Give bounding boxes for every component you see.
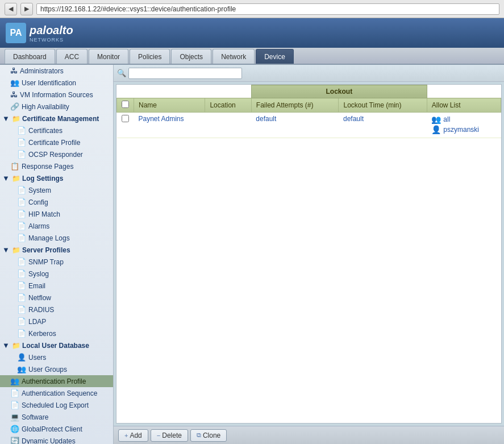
administrators-icon: 🖧: [10, 67, 18, 75]
row-checkbox[interactable]: [122, 115, 129, 122]
ldap-icon: 📄: [17, 317, 26, 326]
sidebar-item-ocsp-responder[interactable]: 📄 OCSP Responder: [0, 148, 113, 160]
sidebar-item-email[interactable]: 📄 Email: [0, 280, 113, 292]
tab-objects[interactable]: Objects: [171, 49, 211, 64]
sidebar-item-label: Config: [28, 198, 48, 206]
sidebar-item-label: Administrators: [20, 67, 64, 75]
sidebar-item-certificates[interactable]: 📄 Certificates: [0, 125, 113, 136]
pszymanski-user-link[interactable]: pszymanski: [443, 126, 479, 134]
sidebar-item-label: OCSP Responder: [28, 151, 83, 159]
sidebar-item-certificate-management[interactable]: ▼ 📁 Certificate Management: [0, 113, 113, 125]
sidebar-item-user-groups[interactable]: 👥 User Groups: [0, 363, 113, 375]
sidebar-item-scheduled-log-export[interactable]: 📄 Scheduled Log Export: [0, 399, 113, 411]
sidebar-item-label: Email: [28, 282, 45, 290]
tab-policies[interactable]: Policies: [130, 49, 170, 64]
search-bar: 🔍: [114, 65, 504, 82]
sidebar-item-dynamic-updates[interactable]: 🔄 Dynamic Updates: [0, 435, 113, 444]
sidebar-item-user-identification[interactable]: 👥 User Identification: [0, 77, 113, 89]
gp-client-icon: 🌐: [10, 425, 19, 433]
email-icon: 📄: [17, 281, 26, 290]
all-user-icon: 👥: [431, 115, 441, 124]
sidebar-item-netflow[interactable]: 📄 Netflow: [0, 292, 113, 304]
col-header-location: Location: [205, 98, 251, 113]
sidebar-item-certificate-profile[interactable]: 📄 Certificate Profile: [0, 136, 113, 148]
response-pages-icon: 📋: [10, 162, 19, 171]
clone-button[interactable]: ⧉ Clone: [190, 429, 227, 442]
sidebar-item-vm-info-sources[interactable]: 🖧 VM Information Sources: [0, 89, 113, 101]
alarms-icon: 📄: [17, 222, 26, 230]
syslog-icon: 📄: [17, 269, 26, 278]
sidebar-item-snmp-trap[interactable]: 📄 SNMP Trap: [0, 256, 113, 268]
all-user-link[interactable]: all: [443, 115, 450, 123]
row-lockout-time-link[interactable]: default: [343, 115, 364, 123]
select-all-checkbox[interactable]: [122, 101, 129, 108]
sidebar-item-label: Kerberos: [28, 330, 56, 338]
logo-sub: NETWORKS: [30, 37, 73, 43]
sidebar-item-high-availability[interactable]: 🔗 High Availability: [0, 101, 113, 113]
col-header-name: Name: [134, 98, 205, 113]
add-icon: +: [124, 432, 128, 439]
sidebar-item-config[interactable]: 📄 Config: [0, 196, 113, 208]
col-header-lockout-time: Lockout Time (min): [339, 98, 427, 113]
forward-button[interactable]: ▶: [20, 3, 33, 15]
sidebar-item-alarms[interactable]: 📄 Alarms: [0, 220, 113, 232]
radius-icon: 📄: [17, 305, 26, 314]
sidebar-item-server-profiles[interactable]: ▼ 📁 Server Profiles: [0, 244, 113, 256]
tab-device[interactable]: Device: [256, 49, 294, 64]
sidebar-item-globalprotect-client[interactable]: 🌐 GlobalProtect Client: [0, 423, 113, 435]
sidebar-item-manage-logs[interactable]: 📄 Manage Logs: [0, 232, 113, 244]
sidebar-item-radius[interactable]: 📄 RADIUS: [0, 304, 113, 316]
tab-network[interactable]: Network: [213, 49, 255, 64]
logo-icon: PA: [6, 23, 26, 43]
tab-dashboard[interactable]: Dashboard: [5, 49, 55, 64]
users-icon: 👤: [17, 353, 26, 362]
ocsp-icon: 📄: [17, 150, 26, 159]
tab-monitor[interactable]: Monitor: [89, 49, 128, 64]
row-name-cell: Paynet Admins: [134, 113, 205, 138]
tab-acc[interactable]: ACC: [56, 49, 88, 64]
sidebar-item-syslog[interactable]: 📄 Syslog: [0, 268, 113, 280]
col-header-failed-attempts: Failed Attempts (#): [251, 98, 339, 113]
sidebar-item-software[interactable]: 💻 Software: [0, 411, 113, 423]
row-name-link[interactable]: Paynet Admins: [139, 115, 184, 123]
row-allow-list-cell: 👥 all 👤 pszymanski: [427, 113, 501, 138]
hip-match-icon: 📄: [17, 210, 26, 218]
sidebar-item-label: Certificates: [28, 127, 63, 135]
sidebar-item-label: Netflow: [28, 294, 51, 302]
sidebar-item-administrators[interactable]: 🖧 Administrators: [0, 65, 113, 77]
table-container: Lockout Name Location Failed Attempts (#…: [116, 84, 502, 424]
table-row: Paynet Admins default default 👥 a: [117, 113, 501, 138]
sidebar-item-log-settings[interactable]: ▼ 📁 Log Settings: [0, 172, 113, 184]
clone-icon: ⧉: [197, 431, 201, 439]
sidebar-item-hip-match[interactable]: 📄 HIP Match: [0, 208, 113, 220]
local-user-db-icon: ▼: [2, 341, 10, 350]
sidebar: 🖧 Administrators 👥 User Identification 🖧…: [0, 65, 114, 444]
sidebar-item-local-user-database[interactable]: ▼ 📁 Local User Database: [0, 339, 113, 351]
sidebar-item-label: HIP Match: [28, 210, 60, 218]
sidebar-item-label: System: [28, 186, 51, 194]
sidebar-item-authentication-sequence[interactable]: 📄 Authentication Sequence: [0, 387, 113, 399]
sidebar-item-response-pages[interactable]: 📋 Response Pages: [0, 160, 113, 172]
col-header-checkbox: [117, 98, 134, 113]
logo-text-area: paloalto NETWORKS: [30, 24, 73, 43]
add-button[interactable]: + Add: [118, 429, 148, 442]
app-header: PA paloalto NETWORKS: [0, 18, 504, 48]
search-icon: 🔍: [117, 69, 126, 77]
search-input[interactable]: [128, 68, 242, 79]
sidebar-item-label: Server Profiles: [22, 246, 70, 254]
auth-seq-icon: 📄: [10, 389, 19, 397]
col-header-allow-list: Allow List: [427, 98, 501, 113]
vm-icon: 🖧: [10, 90, 18, 99]
sidebar-item-ldap[interactable]: 📄 LDAP: [0, 316, 113, 327]
log-settings-icon: ▼: [2, 174, 10, 182]
address-bar[interactable]: https://192.168.1.22/#device::vsys1::dev…: [36, 3, 499, 15]
row-location-cell: [205, 113, 251, 138]
sidebar-item-kerberos[interactable]: 📄 Kerberos: [0, 327, 113, 339]
back-button[interactable]: ◀: [5, 3, 17, 15]
sidebar-item-users[interactable]: 👤 Users: [0, 351, 113, 363]
server-profiles-icon: ▼: [2, 246, 10, 254]
sidebar-item-system[interactable]: 📄 System: [0, 184, 113, 196]
row-failed-attempts-link[interactable]: default: [256, 115, 276, 123]
sidebar-item-authentication-profile[interactable]: 👥 Authentication Profile: [0, 375, 113, 387]
delete-button[interactable]: − Delete: [151, 429, 188, 442]
